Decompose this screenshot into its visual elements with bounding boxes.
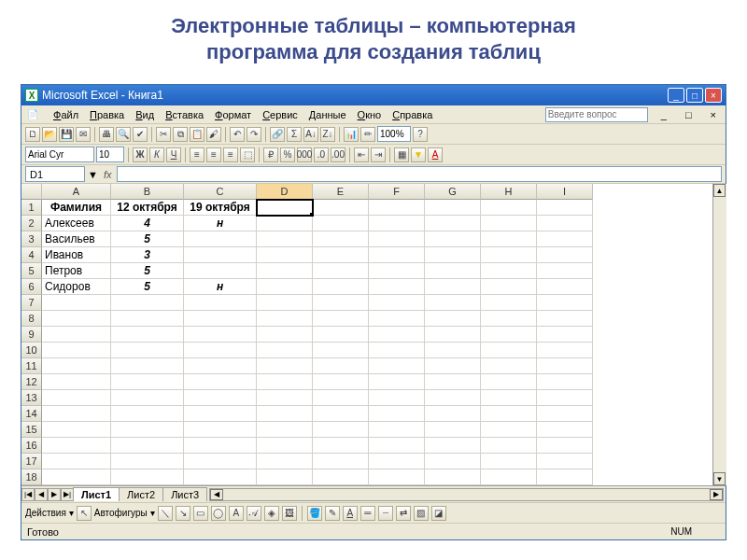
cell-B8[interactable] bbox=[111, 311, 184, 327]
cell-B16[interactable] bbox=[111, 438, 184, 454]
help-icon[interactable]: ? bbox=[413, 127, 428, 142]
cell-C5[interactable] bbox=[184, 263, 257, 279]
cell-D15[interactable] bbox=[257, 422, 313, 438]
cell-B17[interactable] bbox=[111, 454, 184, 469]
comma-icon[interactable]: 000 bbox=[297, 147, 312, 162]
row-header-13[interactable]: 13 bbox=[21, 390, 42, 406]
scroll-left-button[interactable]: ◀ bbox=[210, 489, 223, 500]
cell-I10[interactable] bbox=[537, 343, 593, 358]
dec-decimal-icon[interactable]: .00 bbox=[331, 147, 345, 162]
cell-E7[interactable] bbox=[313, 295, 369, 311]
italic-icon[interactable]: К bbox=[149, 147, 164, 162]
new-icon[interactable]: 🗋 bbox=[25, 127, 40, 142]
underline-icon[interactable]: Ч bbox=[166, 147, 181, 162]
fx-icon[interactable]: fx bbox=[101, 169, 115, 180]
cut-icon[interactable]: ✂ bbox=[156, 127, 171, 142]
percent-icon[interactable]: % bbox=[280, 147, 295, 162]
scroll-down-button[interactable]: ▼ bbox=[713, 472, 726, 485]
fill-color-icon[interactable]: ▼ bbox=[411, 147, 426, 162]
formula-input[interactable] bbox=[117, 166, 722, 182]
cell-F13[interactable] bbox=[369, 390, 425, 406]
cell-F8[interactable] bbox=[369, 311, 425, 327]
cell-A17[interactable] bbox=[42, 454, 111, 469]
cell-I18[interactable] bbox=[537, 469, 593, 485]
cell-I15[interactable] bbox=[537, 422, 593, 438]
cell-A1[interactable]: Фамилия bbox=[42, 200, 111, 216]
cell-B4[interactable]: 3 bbox=[111, 247, 184, 263]
cell-F14[interactable] bbox=[369, 406, 425, 422]
cell-G17[interactable] bbox=[425, 454, 481, 469]
textbox-icon[interactable]: A bbox=[229, 506, 244, 521]
copy-icon[interactable]: ⧉ bbox=[173, 127, 188, 142]
preview-icon[interactable]: 🔍 bbox=[116, 127, 131, 142]
format-painter-icon[interactable]: 🖌 bbox=[206, 127, 221, 142]
cell-D6[interactable] bbox=[257, 279, 313, 295]
dash-icon[interactable]: ┄ bbox=[378, 506, 393, 521]
cell-E5[interactable] bbox=[313, 263, 369, 279]
arrow-icon[interactable]: ↘ bbox=[176, 506, 190, 521]
merge-icon[interactable]: ⬚ bbox=[240, 147, 255, 162]
cell-H8[interactable] bbox=[481, 311, 537, 327]
cell-I16[interactable] bbox=[537, 438, 593, 454]
cell-I2[interactable] bbox=[537, 216, 593, 231]
cell-A15[interactable] bbox=[42, 422, 111, 438]
row-header-18[interactable]: 18 bbox=[21, 469, 42, 485]
cell-A9[interactable] bbox=[42, 327, 111, 343]
cell-D2[interactable] bbox=[257, 216, 313, 231]
cell-E3[interactable] bbox=[313, 231, 369, 247]
cell-I1[interactable] bbox=[537, 200, 593, 216]
paste-icon[interactable]: 📋 bbox=[190, 127, 204, 142]
maximize-button[interactable]: □ bbox=[686, 88, 703, 103]
row-header-10[interactable]: 10 bbox=[21, 343, 42, 358]
sort-desc-icon[interactable]: Z↓ bbox=[320, 127, 335, 142]
cell-C7[interactable] bbox=[184, 295, 257, 311]
cell-C15[interactable] bbox=[184, 422, 257, 438]
cell-C4[interactable] bbox=[184, 247, 257, 263]
cell-F2[interactable] bbox=[369, 216, 425, 231]
clipart-icon[interactable]: 🖼 bbox=[282, 506, 297, 521]
cell-E13[interactable] bbox=[313, 390, 369, 406]
cell-F10[interactable] bbox=[369, 343, 425, 358]
menu-вид[interactable]: Вид bbox=[130, 108, 160, 121]
cell-H11[interactable] bbox=[481, 358, 537, 374]
minimize-button[interactable]: _ bbox=[668, 88, 684, 103]
sort-asc-icon[interactable]: A↓ bbox=[303, 127, 318, 142]
cell-G14[interactable] bbox=[425, 406, 481, 422]
menu-сервис[interactable]: Сервис bbox=[257, 108, 303, 121]
cell-A7[interactable] bbox=[42, 295, 111, 311]
open-icon[interactable]: 📂 bbox=[42, 127, 57, 142]
menu-формат[interactable]: Формат bbox=[209, 108, 257, 121]
row-header-17[interactable]: 17 bbox=[21, 454, 42, 469]
cell-D9[interactable] bbox=[257, 327, 313, 343]
cell-D18[interactable] bbox=[257, 469, 313, 485]
cell-C18[interactable] bbox=[184, 469, 257, 485]
cell-C12[interactable] bbox=[184, 374, 257, 390]
row-header-8[interactable]: 8 bbox=[21, 311, 42, 327]
cell-C9[interactable] bbox=[184, 327, 257, 343]
cell-G9[interactable] bbox=[425, 327, 481, 343]
ask-question-box[interactable] bbox=[545, 107, 648, 122]
cell-I3[interactable] bbox=[537, 231, 593, 247]
cell-H15[interactable] bbox=[481, 422, 537, 438]
cell-G4[interactable] bbox=[425, 247, 481, 263]
cell-G8[interactable] bbox=[425, 311, 481, 327]
cell-A16[interactable] bbox=[42, 438, 111, 454]
cell-A2[interactable]: Алексеев bbox=[42, 216, 111, 231]
cell-E9[interactable] bbox=[313, 327, 369, 343]
cell-E14[interactable] bbox=[313, 406, 369, 422]
dec-indent-icon[interactable]: ⇤ bbox=[354, 147, 369, 162]
cell-G13[interactable] bbox=[425, 390, 481, 406]
draw-actions[interactable]: Действия bbox=[25, 508, 66, 518]
col-header-G[interactable]: G bbox=[425, 184, 481, 200]
row-header-12[interactable]: 12 bbox=[21, 374, 42, 390]
cell-B1[interactable]: 12 октября bbox=[111, 200, 184, 216]
spreadsheet-grid[interactable]: ABCDEFGHI 1Фамилия12 октября19 октября2А… bbox=[21, 184, 726, 485]
cell-G3[interactable] bbox=[425, 231, 481, 247]
oval-icon[interactable]: ◯ bbox=[211, 506, 226, 521]
cell-G16[interactable] bbox=[425, 438, 481, 454]
cell-A12[interactable] bbox=[42, 374, 111, 390]
cell-B5[interactable]: 5 bbox=[111, 263, 184, 279]
cell-F12[interactable] bbox=[369, 374, 425, 390]
cell-F16[interactable] bbox=[369, 438, 425, 454]
cell-D7[interactable] bbox=[257, 295, 313, 311]
